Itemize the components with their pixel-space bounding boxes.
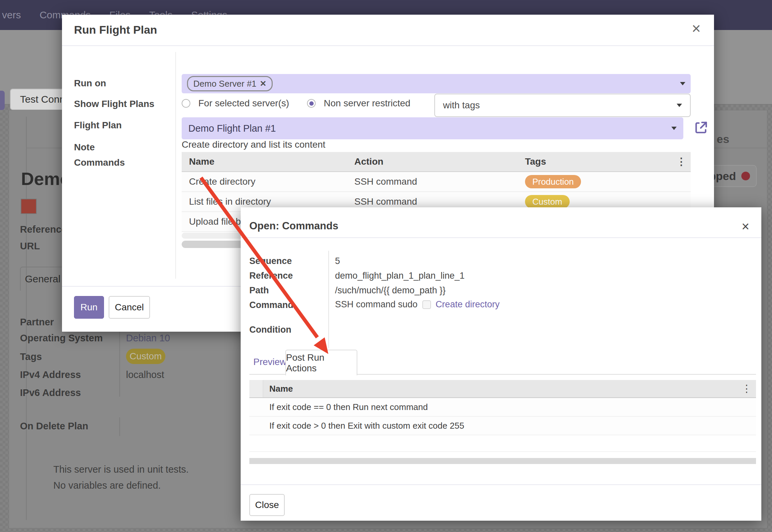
status-stopped-dot <box>741 172 750 180</box>
run-on-label: Run on <box>74 78 106 89</box>
tag-pill-production: Production <box>525 175 581 188</box>
chevron-down-icon <box>671 127 677 130</box>
cancel-button[interactable]: Cancel <box>109 296 150 319</box>
with-tags-value: with tags <box>443 100 480 111</box>
flight-plan-label: Flight Plan <box>74 120 122 131</box>
selector-column <box>249 380 263 397</box>
cell-action: SSH command <box>347 176 518 187</box>
partner-label: Partner <box>20 317 54 328</box>
path-value: /such/much/{{ demo_path }} <box>335 285 446 296</box>
column-divider-2 <box>119 417 120 436</box>
nav-item-servers[interactable]: vers <box>2 9 21 21</box>
close-button[interactable]: Close <box>249 494 285 516</box>
stat-button-fragment: es <box>717 133 729 146</box>
flight-plan-value: Demo Flight Plan #1 <box>188 123 276 134</box>
sequence-value: 5 <box>335 256 340 266</box>
table-row[interactable]: If exit code == 0 then Run next command <box>249 398 756 417</box>
url-label: URL <box>20 241 40 252</box>
scrollbar-track[interactable] <box>249 458 756 464</box>
reference-label: Reference <box>249 271 293 281</box>
cell-name: If exit code > 0 then Exit with custom e… <box>249 421 464 431</box>
tag-pill-custom-bg: Custom <box>126 349 165 364</box>
column-divider <box>119 330 120 397</box>
label-column-divider <box>175 52 176 279</box>
server-tag-label: Demo Server #1 <box>193 79 256 89</box>
close-icon[interactable]: × <box>692 21 701 36</box>
cell-action: SSH command <box>347 196 518 207</box>
show-flight-plans-label: Show Flight Plans <box>74 99 154 109</box>
radio-for-selected-servers[interactable] <box>182 99 190 108</box>
sequence-label: Sequence <box>249 256 292 266</box>
create-directory-link[interactable]: Create directory <box>436 299 500 310</box>
ipv4-label: IPv4 Address <box>20 369 81 380</box>
table-row[interactable]: Create directory SSH command Production <box>182 172 691 192</box>
plan-caption: Create directory and list its content <box>182 139 325 150</box>
operating-system-value[interactable]: Debian 10 <box>126 333 170 344</box>
run-on-field[interactable]: Demo Server #1 ✕ <box>182 74 691 93</box>
command-label: Command <box>249 300 293 310</box>
col-action[interactable]: Action <box>347 156 518 167</box>
condition-label: Condition <box>249 325 291 335</box>
tab-preview[interactable]: Preview <box>253 357 287 367</box>
radio-non-server-restricted[interactable] <box>307 99 316 108</box>
command-value: SSH command sudo <box>335 299 418 310</box>
command-row: SSH command sudo Create directory <box>335 299 500 310</box>
external-link-icon[interactable] <box>694 120 709 135</box>
table-options-icon[interactable]: ⋮ <box>672 157 691 167</box>
table-header-row: Name ⋮ <box>249 380 756 398</box>
flight-plan-select[interactable]: Demo Flight Plan #1 <box>182 117 683 139</box>
footer-divider <box>241 484 761 485</box>
no-variables-note: No variables are defined. <box>53 480 161 491</box>
note-label: Note <box>74 142 95 153</box>
reference-value: demo_flight_plan_1_plan_line_1 <box>335 271 465 281</box>
table-row[interactable]: If exit code > 0 then Exit with custom e… <box>249 417 756 435</box>
cell-name: Create directory <box>182 176 347 187</box>
cell-tags: Custom <box>518 195 672 208</box>
open-commands-modal: Open: Commands × Sequence Reference Path… <box>241 207 761 521</box>
tab-general[interactable]: General <box>20 267 65 291</box>
tag-remove-icon[interactable]: ✕ <box>260 79 266 88</box>
with-tags-select[interactable]: with tags <box>434 94 691 117</box>
cell-name: List files in directory <box>182 196 347 207</box>
cell-name: If exit code == 0 then Run next command <box>249 402 428 412</box>
post-run-actions-table: Name ⋮ If exit code == 0 then Run next c… <box>249 380 756 452</box>
on-delete-plan-label: On Delete Plan <box>20 421 88 432</box>
command-checkbox[interactable] <box>422 300 431 309</box>
radio-non-server-restricted-label[interactable]: Non server restricted <box>324 98 410 109</box>
header-divider <box>62 45 714 46</box>
table-options-icon[interactable]: ⋮ <box>737 384 756 394</box>
edge-button-fragment <box>0 91 5 110</box>
empty-row <box>249 435 756 452</box>
col-tags[interactable]: Tags <box>518 156 672 167</box>
operating-system-label: Operating System <box>20 333 103 344</box>
chevron-down-icon <box>677 104 682 107</box>
ipv6-label: IPv6 Address <box>20 387 81 398</box>
col-name[interactable]: Name <box>263 384 737 394</box>
unit-test-note: This server is used in unit tests. <box>53 464 189 475</box>
tags-label: Tags <box>20 351 42 362</box>
run-button[interactable]: Run <box>74 296 104 319</box>
radio-for-selected-servers-label[interactable]: For selected server(s) <box>198 98 289 109</box>
close-icon[interactable]: × <box>742 219 749 234</box>
cell-tags: Production <box>518 175 672 188</box>
tag-pill-custom: Custom <box>525 195 570 208</box>
path-label: Path <box>249 285 269 296</box>
field-divider <box>328 251 329 348</box>
server-tag: Demo Server #1 ✕ <box>187 76 273 91</box>
tab-post-run-actions[interactable]: Post Run Actions <box>285 350 357 375</box>
col-name[interactable]: Name <box>182 156 347 167</box>
table-header-row: Name Action Tags ⋮ <box>182 152 691 172</box>
header-divider <box>241 237 761 238</box>
modal-title: Open: Commands <box>249 220 338 232</box>
reference-label: Reference <box>20 224 67 235</box>
commands-label: Commands <box>74 157 125 168</box>
modal-title: Run Flight Plan <box>74 23 157 36</box>
color-swatch <box>21 199 37 214</box>
ipv4-value: localhost <box>126 369 164 380</box>
chevron-down-icon[interactable] <box>680 82 685 85</box>
